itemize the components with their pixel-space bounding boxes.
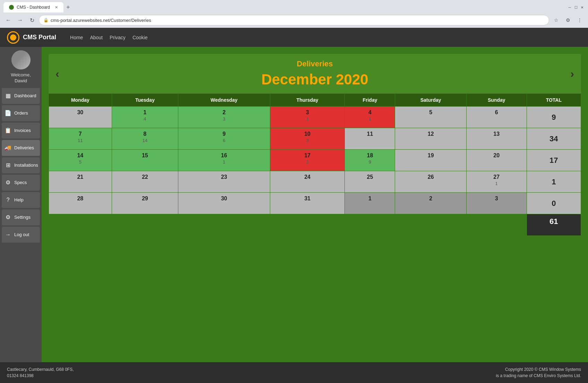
calendar-cell-0-1[interactable]: 14 — [112, 107, 178, 128]
nav-privacy[interactable]: Privacy — [110, 35, 126, 40]
new-tab-button[interactable]: + — [63, 2, 73, 13]
calendar-cell-0-6[interactable]: 6 — [466, 107, 527, 128]
calendar-cell-4-0[interactable]: 28 — [49, 193, 112, 214]
calendar-cell-4-6[interactable]: 3 — [466, 193, 527, 214]
cell-count-0-2: 3 — [180, 116, 269, 122]
cell-day-2-6: 20 — [468, 152, 525, 159]
calendar-cell-4-4[interactable]: 1 — [345, 193, 395, 214]
calendar-cell-1-3[interactable]: 103 — [270, 128, 345, 150]
nav-about[interactable]: About — [90, 35, 103, 40]
col-saturday: Saturday — [395, 94, 466, 107]
calendar-cell-4-3[interactable]: 31 — [270, 193, 345, 214]
calendar-cell-2-1[interactable]: 15 — [112, 150, 178, 171]
calendar-cell-3-3[interactable]: 24 — [270, 171, 345, 193]
nav-cookie[interactable]: Cookie — [133, 35, 148, 40]
cell-count-2-2: 1 — [180, 159, 269, 165]
calendar-cell-2-7: 17 — [527, 150, 581, 171]
bookmark-button[interactable]: ☆ — [551, 15, 561, 25]
calendar-cell-2-3[interactable]: 172 — [270, 150, 345, 171]
calendar-cell-3-1[interactable]: 22 — [112, 171, 178, 193]
calendar-cell-2-4[interactable]: 189 — [345, 150, 395, 171]
cell-day-0-4: 4 — [346, 109, 393, 116]
calendar-cell-0-3[interactable]: 31 — [270, 107, 345, 128]
specs-icon: ⚙ — [5, 179, 11, 186]
calendar-cell-2-2[interactable]: 161 — [178, 150, 270, 171]
sidebar-label-settings: Settings — [14, 215, 31, 220]
footer-left: Castlecary, Cumbernauld, G68 0FS, 01324 … — [7, 366, 74, 379]
sidebar-item-orders[interactable]: 📄 Orders — [2, 105, 40, 121]
cell-count-3-6: 1 — [468, 181, 525, 186]
close-tab-button[interactable]: ✕ — [55, 5, 58, 10]
cell-day-2-5: 19 — [397, 152, 465, 159]
cell-day-1-5: 12 — [397, 131, 465, 137]
brand-logo-inner — [10, 34, 16, 41]
calendar-cell-1-1[interactable]: 814 — [112, 128, 178, 150]
brand: CMS Portal — [7, 31, 56, 44]
cell-day-4-5: 2 — [397, 195, 465, 202]
sidebar-item-deliveries[interactable]: 🚚 Deliveries — [2, 140, 40, 156]
calendar-cell-2-0[interactable]: 145 — [49, 150, 112, 171]
calendar-cell-0-5[interactable]: 5 — [395, 107, 466, 128]
calendar-cell-3-4[interactable]: 25 — [345, 171, 395, 193]
calendar-cell-1-6[interactable]: 13 — [466, 128, 527, 150]
url-bar[interactable]: 🔒 cms-portal.azurewebsites.net/Customer/… — [39, 15, 549, 25]
app-wrapper: CMS Portal Home About Privacy Cookie Wel… — [0, 28, 588, 383]
calendar-cell-3-2[interactable]: 23 — [178, 171, 270, 193]
sidebar-item-installations[interactable]: ⊞ Installations — [2, 157, 40, 173]
calendar-cell-1-2[interactable]: 96 — [178, 128, 270, 150]
nav-home[interactable]: Home — [70, 35, 83, 40]
cell-day-4-0: 28 — [50, 195, 110, 202]
lock-icon: 🔒 — [43, 18, 49, 23]
grand-total: 61 — [549, 217, 558, 226]
sidebar-label-help: Help — [14, 197, 24, 202]
minimize-button[interactable]: ─ — [567, 5, 572, 10]
calendar-cell-4-5[interactable]: 2 — [395, 193, 466, 214]
cell-day-4-1: 29 — [113, 195, 177, 202]
calendar-cell-0-0[interactable]: 30 — [49, 107, 112, 128]
cell-day-1-3: 10 — [272, 131, 343, 137]
sidebar-item-dashboard[interactable]: ▦ Dashboard — [2, 88, 40, 104]
extensions-button[interactable]: ⚙ — [563, 15, 573, 25]
prev-month-button[interactable]: ‹ — [56, 67, 59, 80]
cell-count-1-1: 14 — [113, 138, 177, 143]
browser-tab[interactable]: CMS - Dashboard ✕ — [3, 2, 63, 13]
back-button[interactable]: ← — [3, 15, 13, 25]
deliveries-icon: 🚚 — [5, 144, 11, 151]
menu-button[interactable]: ⋮ — [575, 15, 585, 25]
calendar-cell-2-6[interactable]: 20 — [466, 150, 527, 171]
calendar-cell-1-4[interactable]: 11 — [345, 128, 395, 150]
sidebar-item-specs[interactable]: ⚙ Specs — [2, 175, 40, 191]
sidebar-item-settings[interactable]: ⚙ Settings — [2, 209, 40, 225]
sidebar-label-orders: Orders — [14, 110, 28, 116]
calendar-cell-1-5[interactable]: 12 — [395, 128, 466, 150]
cell-day-0-1: 1 — [113, 109, 177, 116]
next-month-button[interactable]: › — [570, 67, 574, 80]
avatar — [11, 50, 31, 69]
calendar-cell-3-6[interactable]: 271 — [466, 171, 527, 193]
cell-day-3-0: 21 — [50, 174, 110, 180]
reload-button[interactable]: ↻ — [27, 15, 37, 25]
calendar-cell-0-2[interactable]: 23 — [178, 107, 270, 128]
cell-day-2-1: 15 — [113, 152, 177, 159]
cell-count-2-4: 9 — [346, 159, 393, 165]
col-monday: Monday — [49, 94, 112, 107]
calendar-cell-4-1[interactable]: 29 — [112, 193, 178, 214]
footer-right: Copyright 2020 © CMS Window Systems is a… — [496, 366, 581, 379]
calendar-cell-2-5[interactable]: 19 — [395, 150, 466, 171]
calendar-cell-3-5[interactable]: 26 — [395, 171, 466, 193]
sidebar-item-logout[interactable]: → Log out — [2, 227, 40, 243]
calendar-cell-0-4[interactable]: 41 — [345, 107, 395, 128]
forward-button[interactable]: → — [15, 15, 25, 25]
sidebar-item-invoices[interactable]: 📋 Invoices — [2, 123, 40, 139]
close-button[interactable]: ✕ — [580, 5, 585, 10]
col-wednesday: Wednesday — [178, 94, 270, 107]
cell-day-2-3: 17 — [272, 152, 343, 159]
maximize-button[interactable]: ☐ — [573, 5, 578, 10]
cell-day-3-5: 26 — [397, 174, 465, 180]
calendar-cell-1-0[interactable]: 711 — [49, 128, 112, 150]
calendar-cell-4-2[interactable]: 30 — [178, 193, 270, 214]
sidebar-item-help[interactable]: ? Help — [2, 192, 40, 208]
calendar-cell-3-0[interactable]: 21 — [49, 171, 112, 193]
logout-icon: → — [5, 232, 11, 238]
cell-day-4-2: 30 — [180, 195, 269, 202]
